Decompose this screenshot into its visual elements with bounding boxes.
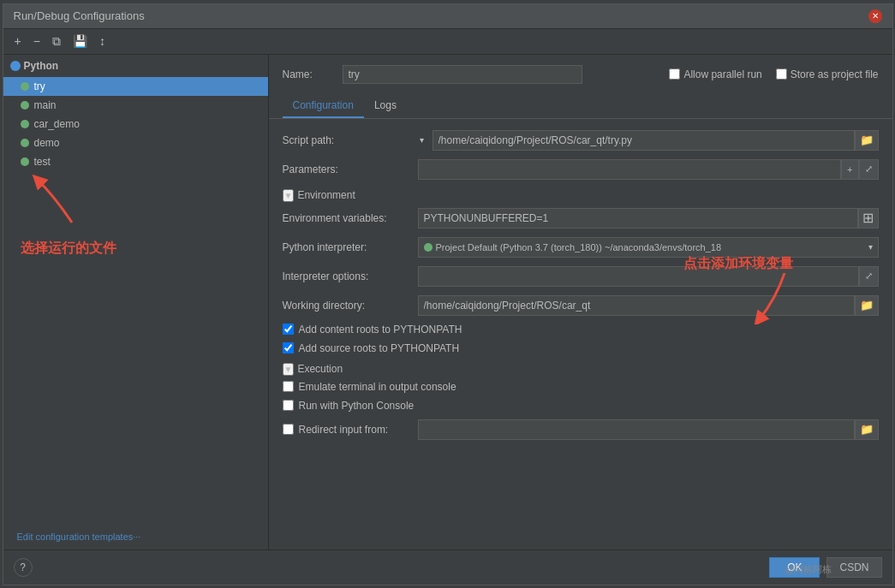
add-source-checkbox[interactable] (283, 342, 294, 353)
tab-configuration[interactable]: Configuration (283, 94, 364, 118)
watermark-text: @阿栋阿栋 (785, 563, 832, 576)
script-path-row: Script path: ▾ 📁 (283, 126, 879, 155)
add-content-checkbox[interactable] (283, 324, 294, 335)
select-file-annotation: 选择运行的文件 (21, 240, 260, 258)
config-panel: Name: Allow parallel run Store as projec… (269, 55, 892, 549)
item-dot-main (21, 101, 29, 110)
script-path-input-group: 📁 (433, 130, 879, 151)
close-button[interactable]: ✕ (868, 9, 882, 23)
python-interpreter-label: Python interpreter: (283, 241, 411, 253)
parameters-row: Parameters: + ⤢ (283, 155, 879, 184)
sort-config-button[interactable]: ↕ (95, 33, 110, 50)
environment-section-header: ▼ Environment (283, 184, 879, 204)
interpreter-status-dot (424, 243, 433, 252)
edit-templates-link[interactable]: Edit configuration templates··· (10, 525, 148, 549)
python-section-icon (10, 61, 21, 71)
interp-options-input-group: ⤢ (418, 266, 879, 287)
working-dir-label: Working directory: (283, 300, 411, 312)
emulate-terminal-checkbox[interactable] (283, 381, 294, 392)
sidebar-item-car-demo[interactable]: car_demo (3, 115, 268, 134)
name-input[interactable] (343, 65, 582, 84)
redirect-input-input-group: 📁 (418, 419, 879, 440)
execution-toggle[interactable]: ▼ (283, 363, 295, 376)
sidebar-item-demo[interactable]: demo (3, 134, 268, 152)
working-dir-input-group: 📁 (418, 295, 879, 316)
help-button[interactable]: ? (14, 558, 33, 577)
run-debug-dialog: Run/Debug Configurations ✕ + − ⧉ 💾 ↕ Pyt… (3, 3, 893, 585)
sidebar: Python try main car_demo demo test (3, 55, 269, 549)
interpreter-value: Project Default (Python 3.7 (torch_180))… (436, 242, 722, 252)
item-dot-try (21, 82, 29, 91)
env-variables-edit-btn[interactable]: ⊞ (858, 208, 879, 229)
title-bar: Run/Debug Configurations ✕ (3, 4, 892, 29)
parameters-add-btn[interactable]: + (841, 159, 858, 180)
run-python-console-label: Run with Python Console (299, 400, 415, 412)
sidebar-item-test[interactable]: test (3, 152, 268, 171)
parameters-input-group: + ⤢ (418, 159, 879, 180)
sidebar-item-main[interactable]: main (3, 96, 268, 115)
redirect-input-row: Redirect input from: 📁 (283, 415, 879, 444)
copy-config-button[interactable]: ⧉ (48, 33, 65, 50)
script-path-type-dropdown[interactable]: ▾ (418, 134, 426, 146)
redirect-input-checkbox-group: Redirect input from: (283, 420, 411, 439)
environment-toggle[interactable]: ▼ (283, 189, 295, 202)
run-python-console-checkbox[interactable] (283, 400, 294, 411)
add-config-button[interactable]: + (10, 33, 26, 50)
sidebar-item-car-demo-label: car_demo (34, 118, 80, 130)
add-env-annotation: 点击添加环境变量 (683, 255, 793, 324)
sidebar-bottom: Edit configuration templates··· (3, 524, 268, 549)
parameters-label: Parameters: (283, 163, 411, 175)
redirect-input-input[interactable] (418, 419, 855, 440)
sidebar-item-try-label: try (34, 80, 45, 92)
name-label: Name: (283, 68, 334, 80)
store-project-label: Store as project file (776, 68, 879, 80)
allow-parallel-label: Allow parallel run (669, 68, 761, 80)
python-interpreter-select[interactable]: Project Default (Python 3.7 (torch_180))… (418, 237, 879, 258)
script-path-folder-btn[interactable]: 📁 (855, 130, 879, 151)
redirect-input-folder-btn[interactable]: 📁 (855, 419, 879, 440)
emulate-terminal-row: Emulate terminal in output console (283, 377, 879, 396)
parameters-expand-btn[interactable]: ⤢ (859, 159, 879, 180)
name-row: Name: Allow parallel run Store as projec… (269, 55, 892, 94)
run-python-console-row: Run with Python Console (283, 396, 879, 415)
sidebar-item-demo-label: demo (34, 137, 60, 149)
interp-options-label: Interpreter options: (283, 270, 411, 282)
item-dot-car-demo (21, 120, 29, 128)
emulate-terminal-label: Emulate terminal in output console (299, 381, 456, 393)
main-content: Python try main car_demo demo test (3, 55, 892, 549)
tabs-bar: Configuration Logs (269, 94, 892, 119)
annotation-area: 选择运行的文件 (3, 171, 268, 524)
remove-config-button[interactable]: − (29, 33, 45, 50)
toolbar: + − ⧉ 💾 ↕ (3, 29, 892, 55)
store-project-checkbox[interactable] (776, 68, 787, 80)
allow-parallel-checkbox[interactable] (669, 68, 680, 80)
script-path-label: Script path: (283, 134, 411, 146)
redirect-input-label: Redirect input from: (299, 424, 389, 436)
sidebar-python-section: Python (3, 55, 268, 77)
save-config-button[interactable]: 💾 (69, 33, 92, 50)
redirect-input-checkbox[interactable] (283, 424, 294, 435)
header-options: Allow parallel run Store as project file (669, 68, 878, 80)
item-dot-demo (21, 139, 29, 147)
cancel-button[interactable]: CSDN (826, 557, 881, 578)
add-source-row: Add source roots to PYTHONPATH (283, 339, 879, 358)
env-variables-input-group: ⊞ (418, 208, 879, 229)
interp-options-expand-btn[interactable]: ⤢ (859, 266, 879, 287)
config-content: Script path: ▾ 📁 Parameters: + ⤢ (269, 119, 892, 549)
env-variables-row: Environment variables: ⊞ (283, 204, 879, 233)
working-dir-folder-btn[interactable]: 📁 (855, 295, 879, 316)
dialog-title: Run/Debug Configurations (14, 9, 145, 22)
arrow-annotation (29, 171, 81, 231)
add-source-label: Add source roots to PYTHONPATH (299, 342, 460, 354)
parameters-input[interactable] (418, 159, 842, 180)
env-arrow-svg (725, 273, 793, 324)
interpreter-dropdown-arrow: ▾ (868, 242, 873, 252)
tab-logs[interactable]: Logs (364, 94, 407, 118)
execution-section-header: ▼ Execution (283, 358, 879, 377)
sidebar-item-try[interactable]: try (3, 77, 268, 96)
red-arrow-svg (29, 171, 81, 231)
script-path-input[interactable] (433, 130, 855, 151)
item-dot-test (21, 157, 29, 166)
env-variables-input[interactable] (418, 208, 858, 229)
sidebar-python-label: Python (24, 60, 59, 72)
